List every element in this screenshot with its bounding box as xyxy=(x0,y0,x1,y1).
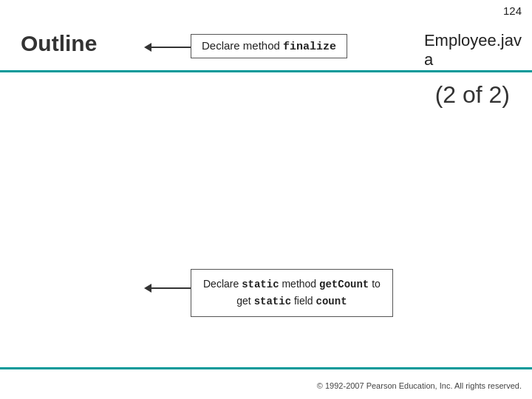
declare-static-getcount-box: Declare static method getCount to get st… xyxy=(191,269,393,317)
arrow-head-left-bottom xyxy=(144,284,151,293)
subtitle: (2 of 2) xyxy=(435,81,510,109)
employee-label: Employee.jav a xyxy=(424,31,522,69)
declare-bottom-mono2: getCount xyxy=(319,279,369,290)
arrow-shaft-top xyxy=(151,47,196,48)
arrow-bottom xyxy=(144,284,196,293)
arrow-shaft-bottom xyxy=(151,287,196,289)
declare-bottom-line2-mono2: count xyxy=(316,296,347,307)
declare-bottom-line1-suffix: method xyxy=(279,278,319,290)
declare-method-finalize-box: Declare method finalize xyxy=(191,34,347,58)
declare-bottom-line2-prefix: get xyxy=(236,295,253,307)
declare-top-method: finalize xyxy=(283,41,336,53)
declare-bottom-line2-suffix: field xyxy=(291,295,316,307)
top-rule xyxy=(0,70,532,72)
declare-bottom-line1-end: to xyxy=(369,278,381,290)
declare-bottom-line2-mono: static xyxy=(254,296,291,307)
declare-top-prefix: Declare method xyxy=(202,39,283,52)
arrow-top xyxy=(144,43,196,52)
declare-bottom-mono1: static xyxy=(242,279,279,290)
arrow-head-left-top xyxy=(144,43,151,52)
copyright: © 1992-2007 Pearson Education, Inc. All … xyxy=(317,381,522,390)
bottom-rule xyxy=(0,367,532,369)
outline-label: Outline xyxy=(21,31,97,56)
slide-number: 124 xyxy=(503,4,522,17)
declare-bottom-line1-prefix: Declare xyxy=(203,278,242,290)
